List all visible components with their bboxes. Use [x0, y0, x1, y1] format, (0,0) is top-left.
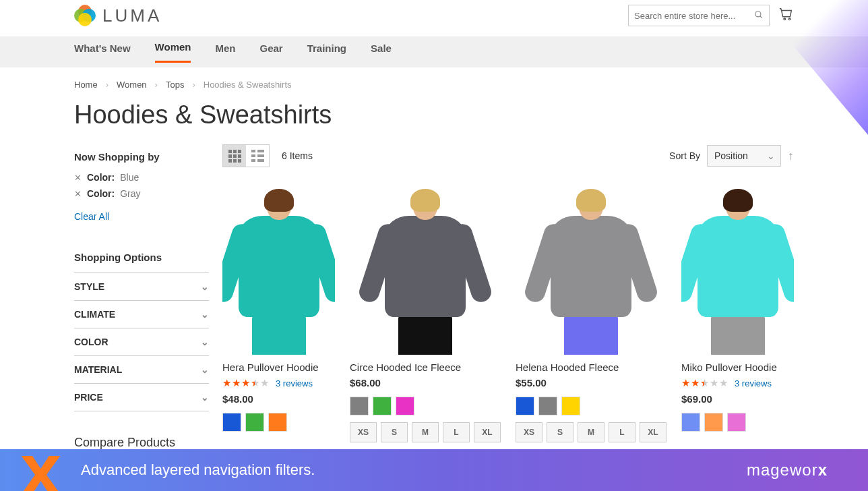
product-name[interactable]: Helena Hooded Fleece: [516, 362, 666, 373]
reviews-link[interactable]: 3 reviews: [276, 378, 313, 388]
search-box[interactable]: [628, 5, 770, 26]
cart-icon[interactable]: [779, 7, 794, 25]
sort-by-label: Sort By: [669, 150, 700, 161]
product-name[interactable]: Circe Hooded Ice Fleece: [350, 362, 501, 373]
search-icon[interactable]: [754, 10, 764, 22]
remove-filter-icon[interactable]: ✕: [74, 173, 82, 183]
nav-training[interactable]: Training: [307, 42, 346, 62]
color-swatches: [350, 397, 501, 415]
filter-value: Blue: [120, 172, 139, 183]
color-swatch[interactable]: [268, 413, 287, 432]
breadcrumb-link[interactable]: Tops: [166, 80, 184, 90]
product-image[interactable]: [681, 186, 794, 355]
breadcrumb-link[interactable]: Women: [117, 80, 147, 90]
size-option[interactable]: L: [443, 422, 470, 442]
list-icon: [251, 150, 264, 162]
sidebar: Now Shopping by ✕Color:Blue✕Color:Gray C…: [74, 144, 222, 470]
nav-men[interactable]: Men: [215, 42, 235, 62]
color-swatch[interactable]: [245, 413, 264, 432]
rating-row: ★★★★★3 reviews: [681, 377, 794, 389]
clear-all-link[interactable]: Clear All: [74, 211, 109, 222]
nav-sale[interactable]: Sale: [371, 42, 392, 62]
nav-gear[interactable]: Gear: [259, 42, 282, 62]
size-option[interactable]: XS: [516, 422, 542, 442]
size-option[interactable]: S: [547, 422, 574, 442]
product-card[interactable]: Circe Hooded Ice Fleece$68.00XSSMLXL: [350, 186, 501, 442]
shopping-options-title: Shopping Options: [74, 252, 209, 263]
color-swatch[interactable]: [516, 397, 534, 415]
filter-option-climate[interactable]: CLIMATE⌄: [74, 300, 209, 328]
active-filter: ✕Color:Gray: [74, 188, 209, 199]
color-swatch[interactable]: [396, 397, 414, 415]
color-swatch[interactable]: [704, 413, 723, 432]
search-input[interactable]: [634, 11, 754, 21]
color-swatch[interactable]: [373, 397, 392, 415]
size-options: XSSMLXL: [516, 422, 666, 442]
product-image[interactable]: [350, 186, 501, 355]
page-title: Hoodies & Sweatshirts: [0, 95, 868, 144]
product-card[interactable]: Miko Pullover Hoodie★★★★★3 reviews$69.00: [681, 186, 794, 442]
product-price: $68.00: [350, 377, 501, 388]
filter-option-label: STYLE: [74, 281, 104, 292]
product-price: $48.00: [222, 393, 335, 405]
filter-value: Gray: [120, 188, 140, 199]
product-price: $55.00: [516, 377, 666, 388]
svg-point-2: [784, 18, 786, 20]
remove-filter-icon[interactable]: ✕: [74, 189, 82, 199]
now-shopping-by-title: Now Shopping by: [74, 151, 209, 163]
color-swatch[interactable]: [350, 397, 369, 415]
toolbar: 6 Items Sort By Position ⌄ ↑: [222, 144, 794, 167]
chevron-right-icon: ›: [192, 80, 195, 90]
color-swatch[interactable]: [538, 397, 557, 415]
nav-what-s-new[interactable]: What's New: [74, 42, 131, 62]
color-swatch[interactable]: [222, 413, 241, 432]
promo-banner: x Advanced layered navigation filters. m…: [0, 449, 868, 491]
size-option[interactable]: XL: [474, 422, 501, 442]
color-swatch[interactable]: [561, 397, 580, 415]
sort-by-select[interactable]: Position ⌄: [707, 145, 781, 167]
brand-logo[interactable]: LUMA: [74, 5, 162, 26]
size-option[interactable]: XS: [350, 422, 377, 442]
sort-direction-button[interactable]: ↑: [788, 149, 794, 163]
size-option[interactable]: S: [381, 422, 408, 442]
product-name[interactable]: Hera Pullover Hoodie: [222, 362, 335, 373]
size-option[interactable]: M: [578, 422, 604, 442]
filter-option-label: MATERIAL: [74, 364, 122, 375]
filter-option-label: COLOR: [74, 337, 108, 347]
product-name[interactable]: Miko Pullover Hoodie: [681, 362, 794, 373]
product-image[interactable]: [222, 186, 335, 355]
size-option[interactable]: L: [609, 422, 636, 442]
stars-icon: ★★★★★: [222, 377, 269, 389]
chevron-down-icon: ⌄: [201, 309, 209, 320]
size-option[interactable]: XL: [640, 422, 666, 442]
product-price: $69.00: [681, 393, 794, 405]
banner-text: Advanced layered navigation filters.: [81, 461, 315, 479]
chevron-down-icon: ⌄: [201, 337, 209, 347]
filter-option-price[interactable]: PRICE⌄: [74, 383, 209, 411]
color-swatch[interactable]: [727, 413, 746, 432]
breadcrumb-link[interactable]: Home: [74, 80, 98, 90]
svg-point-3: [788, 18, 790, 20]
filter-option-label: PRICE: [74, 392, 103, 403]
color-swatch[interactable]: [681, 413, 700, 432]
banner-logo: mageworx: [747, 461, 828, 480]
filter-option-color[interactable]: COLOR⌄: [74, 328, 209, 355]
filter-label: Color:: [87, 188, 115, 199]
chevron-down-icon: ⌄: [201, 392, 209, 403]
color-swatches: [516, 397, 666, 415]
filter-option-style[interactable]: STYLE⌄: [74, 272, 209, 300]
top-nav: What's NewWomenMenGearTrainingSale: [0, 36, 868, 67]
size-option[interactable]: M: [412, 422, 439, 442]
chevron-right-icon: ›: [106, 80, 108, 90]
product-card[interactable]: Hera Pullover Hoodie★★★★★3 reviews$48.00: [222, 186, 335, 442]
list-view-button[interactable]: [246, 145, 269, 167]
compare-title: Compare Products: [74, 436, 209, 450]
reviews-link[interactable]: 3 reviews: [735, 378, 772, 388]
product-image[interactable]: [516, 186, 666, 355]
filter-option-material[interactable]: MATERIAL⌄: [74, 355, 209, 383]
view-modes: [222, 144, 270, 167]
grid-view-button[interactable]: [223, 145, 246, 167]
product-card[interactable]: Helena Hooded Fleece$55.00XSSMLXL: [516, 186, 666, 442]
grid-icon: [228, 150, 241, 163]
nav-women[interactable]: Women: [155, 41, 191, 63]
